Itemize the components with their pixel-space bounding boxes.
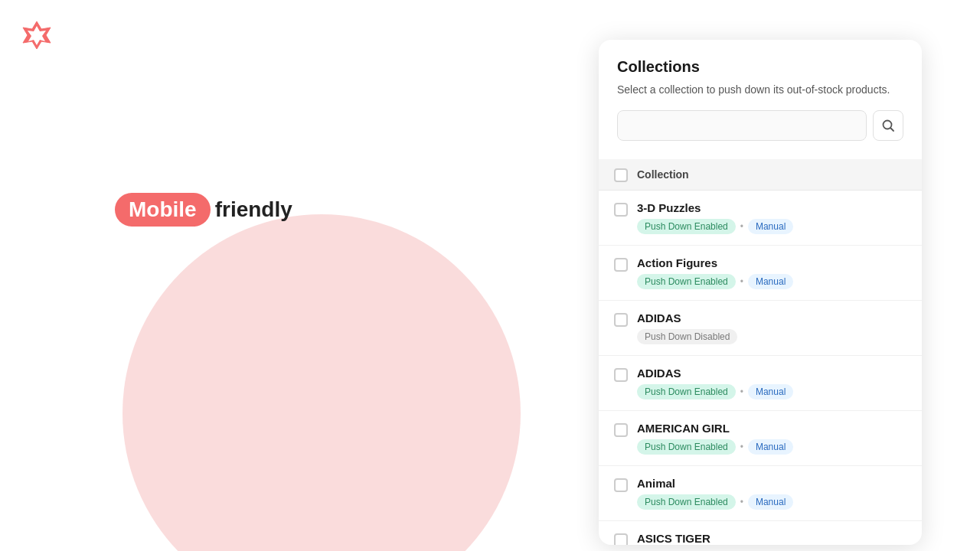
item-badges-0: Push Down Enabled•Manual <box>637 219 906 234</box>
item-badges-3: Push Down Enabled•Manual <box>637 384 906 399</box>
badge-enabled-5-0: Push Down Enabled <box>637 494 736 510</box>
item-content-2: ADIDASPush Down Disabled <box>637 311 906 344</box>
item-name-2: ADIDAS <box>637 311 906 324</box>
table-header: Collection <box>599 159 922 191</box>
item-name-4: AMERICAN GIRL <box>637 422 906 435</box>
badge-enabled-4-0: Push Down Enabled <box>637 439 736 455</box>
svg-line-1 <box>891 129 894 132</box>
badge-manual-4-2: Manual <box>748 439 793 455</box>
item-checkbox-5[interactable] <box>614 478 628 492</box>
collection-item: ADIDASPush Down Disabled <box>599 301 922 356</box>
app-logo <box>18 18 55 58</box>
item-content-3: ADIDASPush Down Enabled•Manual <box>637 367 906 399</box>
item-content-5: AnimalPush Down Enabled•Manual <box>637 477 906 510</box>
item-checkbox-2[interactable] <box>614 313 628 327</box>
item-content-6: ASICS TIGERPush Down Enabled•Manual <box>637 532 906 545</box>
background-blob <box>122 214 521 551</box>
item-checkbox-1[interactable] <box>614 258 628 272</box>
item-content-1: Action FiguresPush Down Enabled•Manual <box>637 256 906 289</box>
item-checkbox-4[interactable] <box>614 423 628 437</box>
collection-list: 3-D PuzzlesPush Down Enabled•ManualActio… <box>599 191 922 545</box>
badge-manual-5-2: Manual <box>748 494 793 510</box>
hero-mobile-label: Mobile <box>115 193 211 227</box>
panel-title: Collections <box>617 58 903 76</box>
item-name-6: ASICS TIGER <box>637 532 906 545</box>
badge-enabled-3-0: Push Down Enabled <box>637 384 736 399</box>
badge-disabled-2-0: Push Down Disabled <box>637 329 737 344</box>
select-all-checkbox[interactable] <box>614 168 628 182</box>
badge-dot-3-1: • <box>740 386 743 397</box>
collection-item: ADIDASPush Down Enabled•Manual <box>599 356 922 411</box>
hero-section: Mobile friendly <box>115 193 292 227</box>
collection-item: ASICS TIGERPush Down Enabled•Manual <box>599 521 922 545</box>
panel-header: Collections Select a collection to push … <box>599 40 922 159</box>
badge-enabled-1-0: Push Down Enabled <box>637 274 736 289</box>
search-icon <box>881 119 895 132</box>
collection-item: AMERICAN GIRLPush Down Enabled•Manual <box>599 411 922 466</box>
item-content-4: AMERICAN GIRLPush Down Enabled•Manual <box>637 422 906 455</box>
search-input[interactable] <box>617 110 867 141</box>
item-name-3: ADIDAS <box>637 367 906 380</box>
search-button[interactable] <box>873 110 903 141</box>
item-checkbox-0[interactable] <box>614 203 628 217</box>
collections-panel: Collections Select a collection to push … <box>599 40 922 545</box>
item-name-0: 3-D Puzzles <box>637 201 906 214</box>
item-checkbox-3[interactable] <box>614 368 628 382</box>
collection-item: AnimalPush Down Enabled•Manual <box>599 466 922 521</box>
item-badges-5: Push Down Enabled•Manual <box>637 494 906 510</box>
badge-dot-0-1: • <box>740 221 743 232</box>
badge-dot-5-1: • <box>740 497 743 507</box>
item-badges-1: Push Down Enabled•Manual <box>637 274 906 289</box>
collection-header-label: Collection <box>637 168 689 181</box>
panel-subtitle: Select a collection to push down its out… <box>617 82 903 98</box>
collection-item: 3-D PuzzlesPush Down Enabled•Manual <box>599 191 922 246</box>
item-name-5: Animal <box>637 477 906 490</box>
search-row <box>617 110 903 141</box>
badge-manual-3-2: Manual <box>748 384 793 399</box>
collection-item: Action FiguresPush Down Enabled•Manual <box>599 246 922 301</box>
svg-point-0 <box>884 121 892 129</box>
badge-dot-4-1: • <box>740 442 743 452</box>
hero-friendly-label: friendly <box>215 197 292 222</box>
item-name-1: Action Figures <box>637 256 906 269</box>
badge-dot-1-1: • <box>740 276 743 287</box>
item-badges-4: Push Down Enabled•Manual <box>637 439 906 455</box>
badge-enabled-0-0: Push Down Enabled <box>637 219 736 234</box>
badge-manual-1-2: Manual <box>748 274 793 289</box>
item-badges-2: Push Down Disabled <box>637 329 906 344</box>
badge-manual-0-2: Manual <box>748 219 793 234</box>
item-content-0: 3-D PuzzlesPush Down Enabled•Manual <box>637 201 906 234</box>
item-checkbox-6[interactable] <box>614 533 628 545</box>
